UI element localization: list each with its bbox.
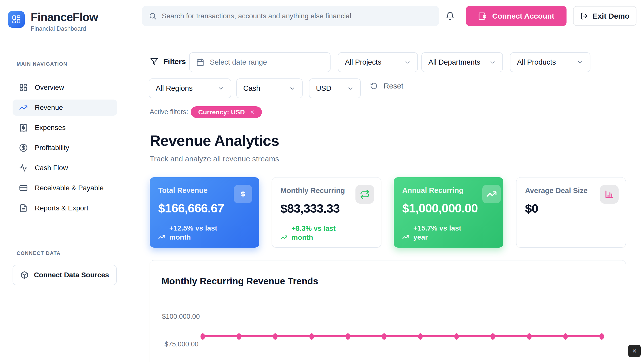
sidebar-item-receivable-payable[interactable]: Receivable & Payable <box>13 180 117 196</box>
bar-chart-icon <box>600 185 619 204</box>
currency-dropdown-value: USD <box>316 84 331 93</box>
reset-label: Reset <box>384 82 403 90</box>
stat-change: +8.3% vs last month <box>280 224 356 242</box>
exit-demo-label: Exit Demo <box>593 12 630 20</box>
sidebar-item-label: Reports & Export <box>35 204 88 212</box>
date-range-input[interactable]: Select date range <box>189 52 331 72</box>
sidebar-item-label: Profitability <box>35 144 69 152</box>
chart-data-point <box>273 333 277 340</box>
active-filter-chip-currency[interactable]: Currency: USD × <box>191 106 262 118</box>
chart-data-point <box>418 333 423 340</box>
exit-demo-button[interactable]: Exit Demo <box>573 6 636 26</box>
chip-label: Currency: USD <box>198 108 245 116</box>
file-text-icon <box>19 204 28 212</box>
chevron-down-icon <box>489 59 496 66</box>
stat-card-annual-recurring: Annual Recurring $1,000,000.00 +15.7% vs… <box>394 177 503 248</box>
chart-data-point <box>382 333 386 340</box>
projects-dropdown-value: All Projects <box>345 58 381 66</box>
sidebar-item-cash-flow[interactable]: Cash Flow <box>13 160 117 176</box>
sidebar-item-expenses[interactable]: Expenses <box>13 120 117 136</box>
close-overlay-button[interactable]: × <box>628 345 641 357</box>
sidebar-item-overview[interactable]: Overview <box>13 79 117 96</box>
chart-line-series <box>203 335 602 337</box>
products-dropdown-value: All Products <box>517 58 556 66</box>
dollar-circle-icon <box>19 144 28 152</box>
chart-data-point <box>237 333 241 340</box>
stat-change: +15.7% vs last year <box>402 224 478 242</box>
chart-data-point <box>599 333 604 340</box>
chart-plot <box>150 260 626 362</box>
box-icon <box>20 271 28 279</box>
notifications-button[interactable] <box>446 10 458 22</box>
trending-up-icon <box>402 234 409 241</box>
chevron-down-icon <box>404 59 411 66</box>
page-title: Revenue Analytics <box>150 132 279 149</box>
stat-label: Annual Recurring <box>402 186 495 195</box>
filters-title: Filters <box>150 57 186 66</box>
sidebar-item-label: Cash Flow <box>35 164 68 172</box>
chevron-down-icon <box>347 85 354 92</box>
connect-data-sources-button[interactable]: Connect Data Sources <box>13 265 117 285</box>
stat-change-label: +8.3% vs last month <box>292 224 356 242</box>
dollar-icon <box>234 185 252 203</box>
departments-dropdown-value: All Departments <box>428 58 480 66</box>
reset-filters-button[interactable]: Reset <box>370 82 403 90</box>
sidebar-item-label: Receivable & Payable <box>35 184 104 192</box>
stat-value: $1,000,000.00 <box>402 201 495 215</box>
currency-dropdown[interactable]: USD <box>309 78 361 98</box>
regions-dropdown-value: All Regions <box>156 84 193 93</box>
section-divider <box>142 126 637 126</box>
regions-dropdown[interactable]: All Regions <box>149 78 231 98</box>
app-logo-grid-icon <box>8 11 25 28</box>
departments-dropdown[interactable]: All Departments <box>421 52 503 72</box>
trending-up-icon <box>158 234 165 241</box>
trending-up-icon <box>482 185 501 203</box>
active-filters-label: Active filters: <box>150 108 188 116</box>
main-navigation-label: MAIN NAVIGATION <box>17 61 67 67</box>
sidebar-item-profitability[interactable]: Profitability <box>13 140 117 156</box>
app-title: FinanceFlow <box>31 11 98 23</box>
repeat-icon <box>355 185 374 204</box>
products-dropdown[interactable]: All Products <box>510 52 590 72</box>
chip-remove-icon[interactable]: × <box>250 108 254 116</box>
chart-data-point <box>563 333 568 340</box>
chevron-down-icon <box>577 59 583 66</box>
projects-dropdown[interactable]: All Projects <box>338 52 418 72</box>
chevron-down-icon <box>289 85 296 92</box>
connect-account-button[interactable]: Connect Account <box>466 6 567 26</box>
page-subtitle: Track and analyze all revenue streams <box>150 155 279 163</box>
mrr-trends-chart-card: Monthly Recurring Revenue Trends $100,00… <box>150 260 626 362</box>
activity-icon <box>19 164 28 172</box>
sidebar-item-reports-export[interactable]: Reports & Export <box>13 200 117 216</box>
filter-funnel-icon <box>150 58 158 66</box>
stat-change-label: +12.5% vs last month <box>169 224 234 242</box>
trending-up-icon <box>19 103 28 112</box>
sidebar-item-label: Expenses <box>35 124 66 132</box>
chart-data-point <box>200 333 205 340</box>
stat-card-total-revenue: Total Revenue $166,666.67 +12.5% vs last… <box>150 177 259 248</box>
stat-card-average-deal-size: Average Deal Size $0 <box>516 177 626 248</box>
cash-type-dropdown[interactable]: Cash <box>236 78 303 98</box>
sidebar-item-label: Revenue <box>35 104 63 112</box>
cash-type-dropdown-value: Cash <box>243 84 260 93</box>
connect-data-sources-label: Connect Data Sources <box>34 271 109 279</box>
search-input[interactable] <box>162 12 432 20</box>
header: Connect Account Exit Demo <box>129 0 644 32</box>
stat-change: +12.5% vs last month <box>158 224 234 242</box>
receipt-icon <box>19 123 28 132</box>
bell-icon <box>446 12 455 21</box>
logout-icon <box>580 12 588 20</box>
app-logo: FinanceFlow Financial Dashboard <box>8 11 98 32</box>
connect-data-label: CONNECT DATA <box>17 250 61 256</box>
dashboard-grid-icon <box>19 83 28 92</box>
stat-card-monthly-recurring: Monthly Recurring $83,333.33 +8.3% vs la… <box>272 177 381 248</box>
search-box[interactable] <box>142 6 439 26</box>
chevron-down-icon <box>218 85 224 92</box>
app-subtitle: Financial Dashboard <box>31 25 98 32</box>
sidebar-item-revenue[interactable]: Revenue <box>13 100 117 116</box>
wallet-icon <box>478 12 487 20</box>
calendar-icon <box>196 58 204 66</box>
chart-data-point <box>454 333 459 340</box>
chart-data-point <box>527 333 532 340</box>
sidebar-item-label: Overview <box>35 83 64 92</box>
